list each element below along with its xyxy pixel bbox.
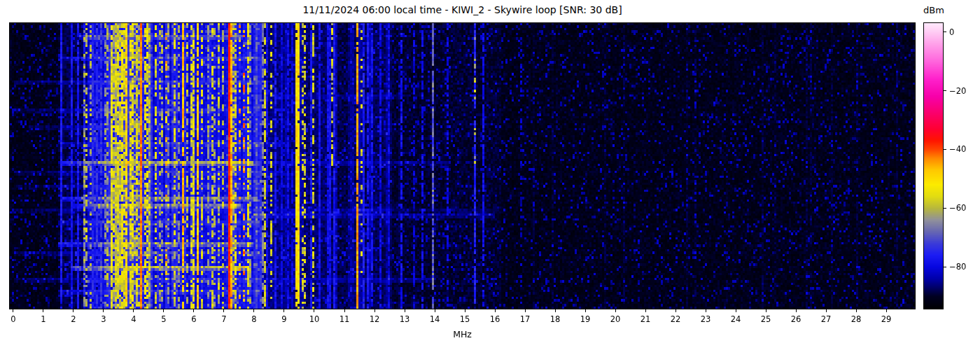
- x-tick-mark: [645, 309, 646, 312]
- x-tick-mark: [435, 309, 435, 312]
- x-tick-label: 16: [484, 314, 505, 324]
- x-tick-label: 29: [876, 314, 897, 324]
- x-tick-mark: [495, 309, 496, 312]
- colorbar-tick-mark: [944, 267, 946, 267]
- x-tick-label: 10: [304, 314, 325, 324]
- x-tick-mark: [766, 309, 766, 312]
- colorbar-tick-mark: [944, 31, 946, 32]
- colorbar: [924, 23, 943, 309]
- colorbar-tick-label: −80: [949, 262, 966, 272]
- x-tick-mark: [103, 309, 104, 312]
- x-tick-label: 26: [785, 314, 806, 324]
- x-tick-mark: [193, 309, 194, 312]
- x-tick-mark: [796, 309, 797, 312]
- colorbar-axis: 0−20−40−60−80: [944, 23, 979, 309]
- x-tick-mark: [856, 309, 857, 312]
- colorbar-tick-mark: [944, 90, 946, 91]
- x-tick-label: 12: [364, 314, 385, 324]
- x-tick-mark: [525, 309, 526, 312]
- waterfall-heatmap: [10, 23, 915, 309]
- x-tick-mark: [133, 309, 134, 312]
- x-tick-mark: [13, 309, 13, 312]
- x-tick-label: 20: [605, 314, 626, 324]
- x-tick-label: 14: [424, 314, 445, 324]
- x-tick-mark: [886, 309, 887, 312]
- x-axis: 0123456789101112131415161718192021222324…: [10, 309, 915, 330]
- x-tick-mark: [555, 309, 556, 312]
- x-tick-label: 17: [514, 314, 536, 324]
- x-tick-mark: [284, 309, 284, 312]
- x-tick-mark: [314, 309, 314, 312]
- x-tick-label: 28: [846, 314, 867, 324]
- spectrogram-figure: 11/11/2024 06:00 local time - KIWI_2 - S…: [0, 0, 980, 350]
- x-tick-label: 7: [214, 314, 234, 324]
- colorbar-tick-mark: [944, 149, 946, 150]
- x-tick-label: 8: [244, 314, 265, 324]
- x-tick-label: 4: [123, 314, 144, 324]
- x-tick-mark: [374, 309, 375, 312]
- x-tick-label: 15: [454, 314, 475, 324]
- x-tick-label: 2: [63, 314, 84, 324]
- x-tick-mark: [73, 309, 74, 312]
- x-tick-mark: [706, 309, 706, 312]
- x-tick-label: 19: [575, 314, 596, 324]
- x-tick-label: 9: [274, 314, 295, 324]
- x-tick-mark: [615, 309, 616, 312]
- colorbar-tick-label: −40: [949, 144, 966, 154]
- x-tick-label: 13: [394, 314, 415, 324]
- x-tick-mark: [223, 309, 224, 312]
- colorbar-tick-mark: [944, 208, 946, 209]
- x-tick-label: 0: [3, 314, 24, 324]
- x-tick-label: 3: [93, 314, 114, 324]
- x-tick-mark: [676, 309, 676, 312]
- x-tick-label: 25: [755, 314, 776, 324]
- x-tick-label: 5: [153, 314, 174, 324]
- x-tick-label: 24: [725, 314, 746, 324]
- x-tick-mark: [253, 309, 254, 312]
- colorbar-tick-label: −20: [949, 86, 966, 96]
- colorbar-tick-label: −60: [949, 203, 966, 213]
- colorbar-label: dBm: [915, 5, 953, 15]
- x-tick-mark: [585, 309, 586, 312]
- x-tick-label: 23: [695, 314, 716, 324]
- x-tick-label: 22: [665, 314, 686, 324]
- x-tick-mark: [43, 309, 43, 312]
- x-tick-label: 27: [816, 314, 836, 324]
- x-tick-label: 6: [183, 314, 204, 324]
- x-tick-label: 1: [33, 314, 54, 324]
- x-tick-label: 11: [334, 314, 355, 324]
- x-tick-mark: [465, 309, 465, 312]
- x-tick-mark: [163, 309, 164, 312]
- x-tick-mark: [826, 309, 827, 312]
- colorbar-tick-label: 0: [949, 27, 954, 37]
- x-tick-mark: [344, 309, 345, 312]
- x-axis-label: MHz: [10, 329, 915, 340]
- x-tick-label: 21: [635, 314, 656, 324]
- x-tick-mark: [736, 309, 736, 312]
- x-tick-label: 18: [545, 314, 566, 324]
- x-tick-mark: [405, 309, 405, 312]
- chart-title: 11/11/2024 06:00 local time - KIWI_2 - S…: [10, 4, 915, 15]
